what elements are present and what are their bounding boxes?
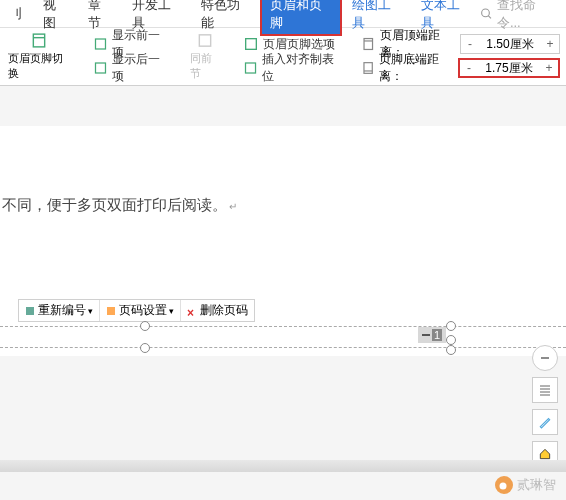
minus-icon <box>539 352 551 364</box>
svg-point-20 <box>500 483 507 490</box>
show-next-button[interactable]: 显示后一项 <box>87 49 174 87</box>
search-icon <box>480 7 493 21</box>
svg-rect-7 <box>246 39 257 50</box>
side-tool-minus[interactable] <box>532 345 558 371</box>
svg-rect-4 <box>95 39 105 49</box>
svg-rect-6 <box>200 35 211 46</box>
svg-point-0 <box>481 9 489 17</box>
svg-line-1 <box>488 15 491 18</box>
svg-rect-14 <box>107 307 115 315</box>
footer-dist-plus[interactable]: + <box>540 61 558 75</box>
renumber-icon <box>25 306 35 316</box>
align-icon <box>243 60 258 76</box>
home-icon <box>538 447 552 461</box>
footer-dist-icon <box>361 60 375 76</box>
header-distance-stepper[interactable]: - 1.50厘米 + <box>460 34 560 54</box>
document-text: 不同，便于多页双面打印后阅读。↵ <box>0 196 566 215</box>
header-footer-switch[interactable]: 页眉页脚切换 <box>0 28 79 85</box>
footer-distance-stepper[interactable]: - 1.75厘米 + <box>458 58 560 78</box>
svg-rect-5 <box>95 63 105 73</box>
ruler-handle[interactable] <box>140 321 150 331</box>
insert-align-tab[interactable]: 插入对齐制表位 <box>237 49 347 87</box>
menu-cut[interactable]: 刂 <box>0 5 33 23</box>
side-tool-brush[interactable] <box>532 409 558 435</box>
pagenum-toolbar: 重新编号▾ 页码设置▾ × 删除页码 <box>18 299 255 322</box>
svg-rect-9 <box>364 39 372 50</box>
delete-icon: × <box>187 306 197 316</box>
header-dist-value[interactable]: 1.50厘米 <box>479 36 541 53</box>
ruler-handle[interactable] <box>140 343 150 353</box>
footer-dist-value[interactable]: 1.75厘米 <box>478 60 540 77</box>
footer-distance-label: 页脚底端距离： <box>361 51 454 85</box>
svg-rect-8 <box>246 63 256 73</box>
ruler-handle[interactable] <box>446 335 456 345</box>
svg-rect-2 <box>34 34 45 47</box>
search-placeholder: 查找命令... <box>497 0 556 32</box>
switch-icon <box>29 32 49 49</box>
settings-icon <box>106 306 116 316</box>
same-as-prev-button: 同前节 <box>182 28 229 85</box>
menu-view[interactable]: 视图 <box>33 0 78 32</box>
header-dist-icon <box>361 36 376 52</box>
footer-ruler: 1 <box>0 326 566 356</box>
delete-pagenum-button[interactable]: × 删除页码 <box>181 300 254 321</box>
status-bar <box>0 460 566 472</box>
side-tool-lines[interactable] <box>532 377 558 403</box>
svg-rect-13 <box>26 307 34 315</box>
ruler-handle[interactable] <box>446 345 456 355</box>
header-dist-minus[interactable]: - <box>461 37 479 51</box>
lines-icon <box>538 383 552 397</box>
weibo-icon <box>495 476 513 494</box>
watermark: 贰琳智 <box>495 476 556 494</box>
pagenum-settings-button[interactable]: 页码设置▾ <box>100 300 181 321</box>
next-icon <box>93 60 108 76</box>
menu-special[interactable]: 特色功能 <box>191 0 260 32</box>
svg-rect-11 <box>364 63 372 74</box>
same-prev-icon <box>195 32 215 49</box>
renumber-button[interactable]: 重新编号▾ <box>19 300 100 321</box>
footer-dist-minus[interactable]: - <box>460 61 478 75</box>
command-search[interactable]: 查找命令... <box>480 0 566 32</box>
ruler-handle[interactable] <box>446 321 456 331</box>
header-dist-plus[interactable]: + <box>541 37 559 51</box>
page-number-field[interactable]: 1 <box>418 327 446 343</box>
brush-icon <box>538 415 552 429</box>
